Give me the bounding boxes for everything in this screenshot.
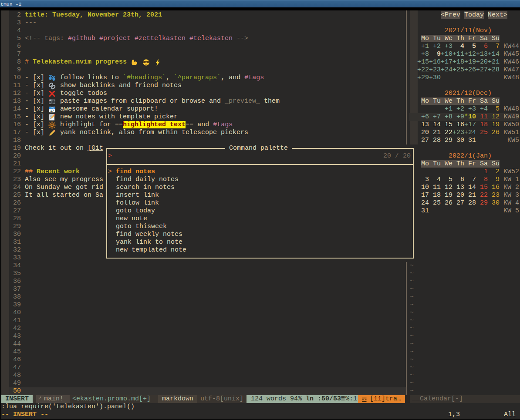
svg-text:17: 17 [50,109,54,113]
